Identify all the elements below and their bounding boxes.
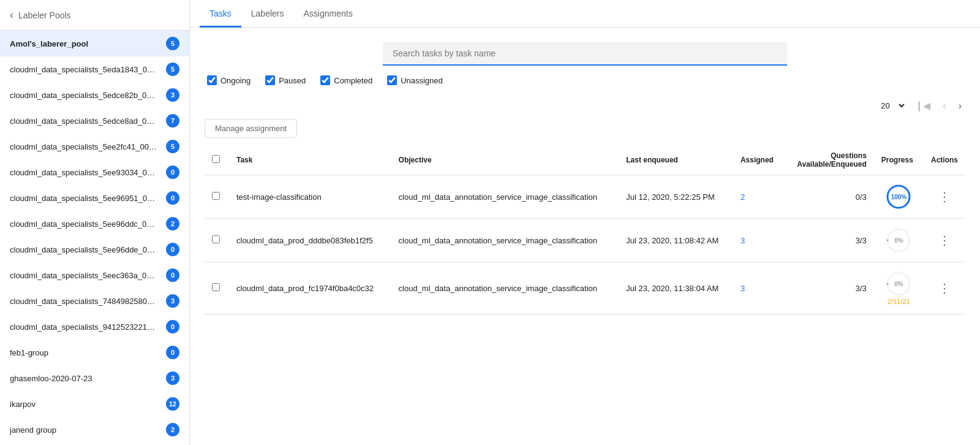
filter-ongoing[interactable]: Ongoing <box>207 75 251 85</box>
select-all-checkbox[interactable] <box>212 155 220 163</box>
sidebar-item[interactable]: ikarpov 12 <box>0 391 189 417</box>
filter-checkbox-unassigned[interactable] <box>387 75 397 85</box>
progress-circle: 100% <box>886 184 911 210</box>
row-actions-button[interactable]: ⋮ <box>933 188 956 205</box>
filter-checkbox-paused[interactable] <box>265 75 275 85</box>
row-checkbox[interactable] <box>212 192 220 200</box>
table-header-1: Task <box>229 145 391 175</box>
sidebar-item[interactable]: cloudml_data_specialists_941252322120...… <box>0 314 189 340</box>
page-size-select[interactable]: 102050100 <box>876 99 907 112</box>
sidebar-item[interactable]: cloudml_data_specialists_5ee2fc41_0000..… <box>0 134 189 159</box>
sidebar: ‹ Labeler Pools Amol's_laberer_pool 5 cl… <box>0 0 190 445</box>
filter-unassigned[interactable]: Unassigned <box>387 75 443 85</box>
progress-circle: 0% <box>886 271 911 297</box>
sidebar-badge: 3 <box>166 371 179 385</box>
progress-cell: 100% <box>874 175 924 219</box>
tab-assignments[interactable]: Assignments <box>294 0 363 28</box>
sidebar-item[interactable]: cloudml_data_specialists_5edce8ad_000...… <box>0 108 189 134</box>
sidebar-item[interactable]: ghasemloo-2020-07-23 3 <box>0 365 189 391</box>
actions-cell: ⋮ <box>924 262 965 314</box>
sidebar-item[interactable]: cloudml_data_specialists_5ee96ddc_000...… <box>0 211 189 237</box>
sidebar-badge: 0 <box>166 165 179 179</box>
first-page-button[interactable]: ❙◀ <box>911 97 934 114</box>
sidebar-item-label: ikarpov <box>10 400 36 409</box>
questions-cell: 3/3 <box>784 262 874 314</box>
sidebar-item-label: cloudml_data_specialists_5eec363a_000... <box>10 271 157 280</box>
tab-tasks[interactable]: Tasks <box>200 0 241 28</box>
sidebar-badge: 7 <box>166 114 179 127</box>
progress-percent-text: 100% <box>891 194 907 200</box>
objective-cell: cloud_ml_data_annotation_service_image_c… <box>391 219 619 262</box>
sidebar-badge: 2 <box>166 217 179 230</box>
table-row: test-image-classificationcloud_ml_data_a… <box>205 175 965 219</box>
last-enqueued-cell: Jul 23, 2020, 11:08:42 AM <box>619 219 733 262</box>
assigned-cell[interactable]: 3 <box>733 219 784 262</box>
sidebar-item[interactable]: cloudml_data_specialists_5ee96dde_000...… <box>0 237 189 262</box>
last-enqueued-cell: Jul 12, 2020, 5:22:25 PM <box>619 175 733 219</box>
progress-percent-text: 0% <box>894 281 903 287</box>
task-name-cell: test-image-classification <box>229 175 391 219</box>
search-input[interactable] <box>383 42 787 66</box>
last-enqueued-cell: Jul 23, 2020, 11:38:04 AM <box>619 262 733 314</box>
sidebar-item[interactable]: Amol's_laberer_pool 5 <box>0 31 189 56</box>
pagination-row: 102050100 ❙◀ ‹ › <box>205 97 965 114</box>
sidebar-item[interactable]: cloudml_data_specialists_5edce82b_000...… <box>0 82 189 108</box>
manage-assignment-button[interactable]: Manage assignment <box>205 119 297 138</box>
task-name-cell: cloudml_data_prod_dddbe083feb1f2f5 <box>229 219 391 262</box>
sidebar-item[interactable]: feb1-group 0 <box>0 340 189 365</box>
task-table: TaskObjectiveLast enqueuedAssignedQuesti… <box>205 145 965 314</box>
table-header-7: Actions <box>924 145 965 175</box>
table-header-6: Progress <box>874 145 924 175</box>
sidebar-badge: 0 <box>166 268 179 282</box>
filter-label: Paused <box>279 76 306 85</box>
sidebar-title: Labeler Pools <box>18 10 71 20</box>
table-row: cloudml_data_prod_fc1974f0ba4c0c32cloud_… <box>205 262 965 314</box>
table-header-row: TaskObjectiveLast enqueuedAssignedQuesti… <box>205 145 965 175</box>
sidebar-item-label: cloudml_data_specialists_5edce8ad_000... <box>10 116 157 126</box>
objective-cell: cloud_ml_data_annotation_service_image_c… <box>391 175 619 219</box>
assigned-cell[interactable]: 2 <box>733 175 784 219</box>
sidebar-item[interactable]: cloudml_data_specialists_5eda1843_000...… <box>0 56 189 82</box>
sidebar-item[interactable]: janend_group 0 <box>0 443 189 445</box>
row-actions-button[interactable]: ⋮ <box>933 280 956 297</box>
next-page-button[interactable]: › <box>955 98 965 114</box>
row-checkbox[interactable] <box>212 283 220 291</box>
questions-cell: 3/3 <box>784 219 874 262</box>
progress-circle: 0% <box>886 227 911 253</box>
assigned-cell[interactable]: 3 <box>733 262 784 314</box>
sidebar-item-label: cloudml_data_specialists_5ee93034_000... <box>10 168 157 177</box>
labeler-pools-header[interactable]: ‹ Labeler Pools <box>0 0 189 31</box>
actions-cell: ⋮ <box>924 219 965 262</box>
prev-page-button[interactable]: ‹ <box>939 98 949 114</box>
content-area: Ongoing Paused Completed Unassigned 1020… <box>190 28 980 445</box>
progress-sub-text: 2/11/21 <box>888 298 910 305</box>
sidebar-badge: 0 <box>166 346 179 359</box>
filter-paused[interactable]: Paused <box>265 75 306 85</box>
row-checkbox[interactable] <box>212 235 220 243</box>
table-header-4: Assigned <box>733 145 784 175</box>
table-header-5: QuestionsAvailable/Enqueued <box>784 145 874 175</box>
sidebar-badge: 0 <box>166 243 179 256</box>
sidebar-badge: 5 <box>166 63 179 76</box>
progress-cell: 0% <box>874 219 924 262</box>
filter-completed[interactable]: Completed <box>320 75 372 85</box>
sidebar-items-list: Amol's_laberer_pool 5 cloudml_data_speci… <box>0 31 189 445</box>
row-actions-button[interactable]: ⋮ <box>933 232 956 249</box>
sidebar-item[interactable]: cloudml_data_specialists_5eec363a_000...… <box>0 262 189 288</box>
tab-labelers[interactable]: Labelers <box>241 0 294 28</box>
filter-checkbox-completed[interactable] <box>320 75 330 85</box>
sidebar-item-label: Amol's_laberer_pool <box>10 39 88 48</box>
sidebar-item-label: cloudml_data_specialists_748498258068... <box>10 297 157 306</box>
sidebar-item[interactable]: cloudml_data_specialists_748498258068...… <box>0 288 189 314</box>
sidebar-item-label: cloudml_data_specialists_5eda1843_000... <box>10 65 157 74</box>
table-header-0[interactable] <box>205 145 229 175</box>
filter-checkbox-ongoing[interactable] <box>207 75 217 85</box>
sidebar-item[interactable]: cloudml_data_specialists_5ee93034_000...… <box>0 159 189 185</box>
sidebar-item[interactable]: cloudml_data_specialists_5ee96951_000...… <box>0 185 189 211</box>
sidebar-badge: 2 <box>166 423 179 436</box>
sidebar-badge: 0 <box>166 191 179 205</box>
sidebar-item-label: cloudml_data_specialists_5ee96951_000... <box>10 194 157 203</box>
sidebar-item-label: cloudml_data_specialists_5ee2fc41_0000..… <box>10 142 157 151</box>
sidebar-item[interactable]: janend group 2 <box>0 417 189 443</box>
filter-label: Completed <box>334 76 372 85</box>
